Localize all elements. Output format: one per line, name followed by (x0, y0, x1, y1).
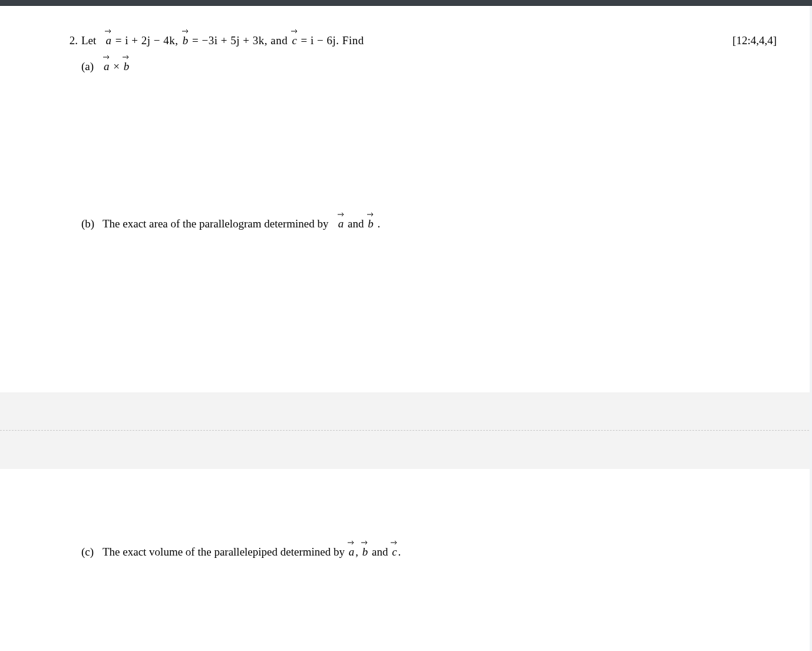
part-b-before: The exact area of the parallelogram dete… (103, 217, 331, 230)
sep1: , (355, 546, 361, 558)
vector-c: c (391, 546, 398, 559)
vec-c-def: = i − 6j. Find (301, 34, 364, 47)
vector-b-letter: b (183, 34, 189, 47)
vec-a-def: = i + 2j − 4k, (115, 34, 181, 47)
part-a-label: (a) (81, 60, 103, 73)
question-stem: 2. Let a = i + 2j − 4k, b = −3i + 5j (64, 34, 777, 47)
vector-b: b (361, 546, 369, 559)
scrollbar-track[interactable] (810, 6, 812, 651)
arrow-icon (104, 28, 113, 33)
arrow-icon (103, 54, 111, 59)
page-break-bottom (0, 431, 812, 469)
part-c-before: The exact volume of the parallelepiped d… (103, 546, 348, 558)
part-c: (c) The exact volume of the parallelepip… (81, 546, 777, 559)
vector-b: b (181, 34, 190, 47)
question-number: 2. (64, 34, 81, 47)
vector-a-letter: a (338, 217, 344, 230)
part-b-text: The exact area of the parallelogram dete… (103, 217, 777, 230)
vector-b: b (123, 60, 131, 73)
vector-c-letter: c (292, 34, 296, 47)
part-b: (b) The exact area of the parallelogram … (81, 217, 777, 230)
vec-b-def: = −3i + 5j + 3k, and (192, 34, 291, 47)
vector-b-letter: b (362, 546, 368, 558)
arrow-icon (367, 212, 375, 216)
vector-a-letter: a (349, 546, 355, 558)
vector-a: a (105, 34, 113, 47)
part-a: (a) a × b (81, 60, 777, 73)
vector-b: b (367, 217, 375, 230)
page-break-top (0, 392, 812, 431)
vector-a-letter: a (106, 34, 112, 47)
arrow-icon (347, 540, 355, 544)
vector-b-letter: b (368, 217, 374, 230)
vector-b-letter: b (124, 60, 130, 72)
part-c-after: . (398, 546, 401, 558)
window-topbar (0, 0, 812, 6)
document-page: 2. Let a = i + 2j − 4k, b = −3i + 5j (0, 6, 812, 559)
arrow-icon (122, 54, 130, 59)
vector-a: a (337, 217, 345, 230)
part-c-text: The exact volume of the parallelepiped d… (103, 546, 777, 559)
cross-symbol: × (113, 60, 122, 72)
arrow-icon (181, 28, 190, 33)
part-a-text: a × b (103, 60, 777, 73)
part-b-label: (b) (81, 217, 103, 230)
arrow-icon (337, 212, 345, 216)
vector-c-letter: c (392, 546, 397, 558)
arrow-icon (291, 28, 299, 33)
marks-allocation: [12:4,4,4] (709, 34, 777, 47)
part-c-label: (c) (81, 546, 103, 559)
stem-prefix: Let (81, 34, 99, 47)
part-b-mid: and (348, 217, 367, 230)
page-break (0, 392, 812, 469)
arrow-icon (361, 540, 369, 544)
question-text: Let a = i + 2j − 4k, b = −3i + 5j + 3k, … (81, 34, 709, 47)
vector-a: a (348, 546, 356, 559)
vector-a: a (103, 60, 111, 73)
vector-c: c (291, 34, 298, 47)
arrow-icon (390, 540, 398, 544)
sep2: and (372, 546, 391, 558)
part-b-after: . (377, 217, 380, 230)
vector-a-letter: a (104, 60, 110, 72)
